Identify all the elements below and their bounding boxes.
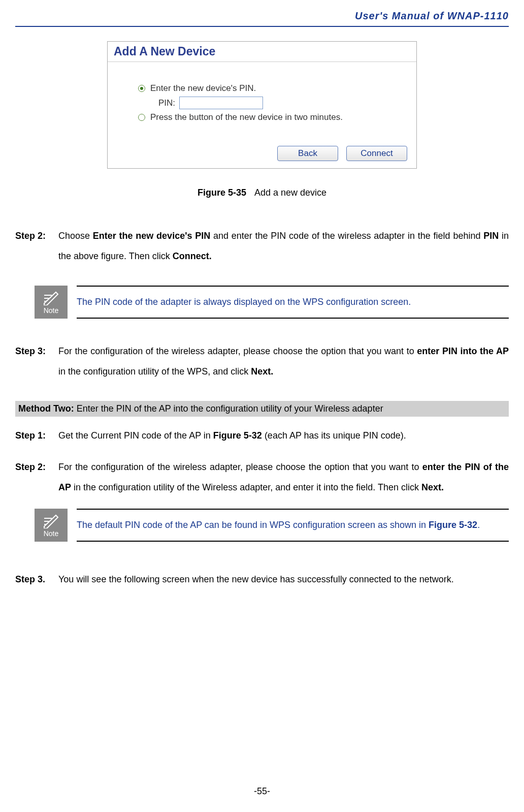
radio-selected-icon — [138, 85, 145, 92]
m2s2-b2: Next. — [421, 482, 444, 492]
m2s1-post: (each AP has its unique PIN code). — [262, 430, 406, 441]
m2-step-1-body: Get the Current PIN code of the AP in Fi… — [58, 426, 509, 446]
page-number: -55- — [0, 786, 524, 797]
pin-label: PIN: — [158, 98, 175, 108]
note-2-text: The default PIN code of the AP can be fo… — [77, 517, 480, 533]
option-press-button-label: Press the button of the new device in tw… — [150, 112, 343, 122]
header-title: User's Manual of WNAP-1110 — [15, 0, 509, 26]
option-enter-pin-label: Enter the new device's PIN. — [150, 83, 256, 93]
option-press-button[interactable]: Press the button of the new device in tw… — [138, 112, 406, 122]
step3-b1: enter PIN into the AP — [417, 346, 509, 356]
m2-step-2-body: For the configuration of the wireless ad… — [58, 457, 509, 497]
step-2: Step 2: Choose Enter the new device's PI… — [15, 226, 509, 266]
m2-step-2: Step 2: For the configuration of the wir… — [15, 457, 509, 497]
step2-pre: Choose — [58, 231, 93, 241]
note-icon-label: Note — [44, 306, 59, 315]
note-icon: Note — [35, 286, 68, 319]
dialog-title: Add A New Device — [108, 42, 416, 62]
back-button[interactable]: Back — [277, 146, 338, 161]
pin-input[interactable] — [179, 97, 263, 109]
step3-pre: For the configuration of the wireless ad… — [58, 346, 417, 356]
note-icon-2: Note — [35, 509, 68, 542]
pencil-note-icon — [43, 290, 60, 305]
note-2: Note The default PIN code of the AP can … — [35, 509, 509, 542]
figure-caption: Figure 5-35Add a new device — [15, 188, 509, 198]
method-two-label: Method Two: — [18, 403, 74, 414]
step3-mid: in the configuration utility of the WPS,… — [58, 366, 251, 377]
method-two-bar: Method Two: Enter the PIN of the AP into… — [15, 401, 509, 417]
m2-step-1: Step 1: Get the Current PIN code of the … — [15, 426, 509, 446]
step2-b2: PIN — [483, 231, 499, 241]
method-two-text: Enter the PIN of the AP into the configu… — [74, 403, 383, 414]
step-2-label: Step 2: — [15, 226, 58, 266]
note2-pre: The default PIN code of the AP can be fo… — [77, 520, 429, 530]
note-1-text: The PIN code of the adapter is always di… — [77, 294, 411, 310]
step2-mid1: and enter the PIN code of the wireless a… — [210, 231, 483, 241]
note2-post: . — [477, 520, 480, 530]
m2s2-mid: in the configuration utility of the Wire… — [71, 482, 421, 492]
step2-b1: Enter the new device's PIN — [93, 231, 210, 241]
note-1: Note The PIN code of the adapter is alwa… — [35, 286, 509, 319]
radio-unselected-icon — [138, 114, 145, 121]
note2-b1: Figure 5-32 — [429, 520, 477, 530]
step2-b3: Connect. — [173, 251, 212, 261]
step-3-label: Step 3: — [15, 341, 58, 382]
step-3: Step 3: For the configuration of the wir… — [15, 341, 509, 382]
header-rule — [15, 26, 509, 27]
m2-step-3-label: Step 3. — [15, 570, 58, 590]
m2-step-1-label: Step 1: — [15, 426, 58, 446]
step-2-body: Choose Enter the new device's PIN and en… — [58, 226, 509, 266]
add-device-dialog: Add A New Device Enter the new device's … — [107, 41, 417, 169]
figure-number: Figure 5-35 — [198, 188, 246, 198]
m2s1-b1: Figure 5-32 — [213, 430, 262, 441]
note-icon-2-label: Note — [44, 529, 59, 538]
pencil-note-icon — [43, 513, 60, 528]
step3-b2: Next. — [251, 366, 273, 377]
step-3-body: For the configuration of the wireless ad… — [58, 341, 509, 382]
figure-text: Add a new device — [254, 188, 326, 198]
m2s1-pre: Get the Current PIN code of the AP in — [58, 430, 213, 441]
m2-step-3-body: You will see the following screen when t… — [58, 570, 509, 590]
connect-button[interactable]: Connect — [346, 146, 407, 161]
m2s2-pre: For the configuration of the wireless ad… — [58, 462, 422, 472]
option-enter-pin[interactable]: Enter the new device's PIN. — [138, 83, 406, 93]
m2-step-2-label: Step 2: — [15, 457, 58, 497]
m2-step-3: Step 3. You will see the following scree… — [15, 570, 509, 590]
